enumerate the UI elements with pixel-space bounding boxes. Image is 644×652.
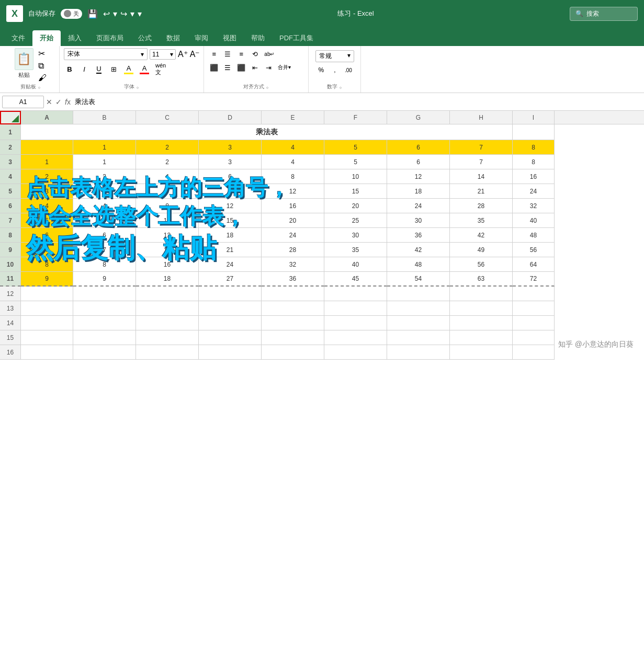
cell-i8[interactable]: 48 <box>513 228 555 243</box>
cell-c15[interactable] <box>136 330 199 345</box>
autosave-toggle[interactable]: 关 <box>61 9 82 19</box>
tab-pagelayout[interactable]: 页面布局 <box>89 30 131 46</box>
tab-help[interactable]: 帮助 <box>244 30 272 46</box>
indent-increase-button[interactable]: ⇥ <box>263 62 274 73</box>
percent-button[interactable]: % <box>315 64 327 76</box>
indent-decrease-button[interactable]: ⇤ <box>249 62 261 73</box>
formula-cancel-icon[interactable]: ✕ <box>46 98 52 106</box>
cell-b14[interactable] <box>73 316 136 330</box>
cell-d12[interactable] <box>199 287 262 301</box>
cell-a12[interactable] <box>21 287 73 301</box>
cell-e2[interactable]: 4 <box>262 140 324 155</box>
cell-a8[interactable]: 6 <box>21 228 73 243</box>
align-right-button[interactable]: ⬛ <box>235 62 247 73</box>
tab-formula[interactable]: 公式 <box>131 30 159 46</box>
cell-g8[interactable]: 36 <box>387 228 450 243</box>
cell-g6[interactable]: 24 <box>387 199 450 213</box>
row-header-8[interactable]: 8 <box>0 228 21 243</box>
cell-e13[interactable] <box>262 301 324 316</box>
cell-h5[interactable]: 21 <box>450 184 513 199</box>
title-cell[interactable]: 乘法表 <box>21 124 513 140</box>
cell-b2[interactable]: 1 <box>73 140 136 155</box>
cell-c6[interactable]: 8 <box>136 199 199 213</box>
cell-a7[interactable]: 5 <box>21 213 73 228</box>
cell-h16[interactable] <box>450 345 513 360</box>
cell-f10[interactable]: 40 <box>324 257 387 272</box>
col-header-d[interactable]: D <box>199 111 262 124</box>
cell-h3[interactable]: 7 <box>450 155 513 169</box>
cell-h14[interactable] <box>450 316 513 330</box>
cell-g12[interactable] <box>387 287 450 301</box>
cell-f15[interactable] <box>324 330 387 345</box>
cell-d10[interactable]: 24 <box>199 257 262 272</box>
cell-i10[interactable]: 64 <box>513 257 555 272</box>
alignment-expand-icon[interactable]: ⬦ <box>266 84 269 90</box>
redo-button[interactable]: ↪ <box>120 9 127 19</box>
cell-f11[interactable]: 45 <box>324 272 387 287</box>
cell-i1[interactable] <box>513 124 555 140</box>
cell-h9[interactable]: 49 <box>450 243 513 257</box>
cell-h12[interactable] <box>450 287 513 301</box>
cell-d9[interactable]: 21 <box>199 243 262 257</box>
text-rotate-button[interactable]: ⟲ <box>249 48 261 60</box>
row-header-10[interactable]: 10 <box>0 257 21 272</box>
row-header-4[interactable]: 4 <box>0 169 21 184</box>
row-header-16[interactable]: 16 <box>0 345 21 360</box>
cell-h8[interactable]: 42 <box>450 228 513 243</box>
cell-g11[interactable]: 54 <box>387 272 450 287</box>
cell-e6[interactable]: 16 <box>262 199 324 213</box>
col-header-h[interactable]: H <box>450 111 513 124</box>
cell-a3[interactable]: 1 <box>21 155 73 169</box>
row-header-9[interactable]: 9 <box>0 243 21 257</box>
row-header-11[interactable]: 11 <box>0 272 21 287</box>
align-top-center-button[interactable]: ☰ <box>222 48 233 60</box>
cell-c8[interactable]: 12 <box>136 228 199 243</box>
wenzilayout-button[interactable]: wén文 <box>154 63 167 75</box>
cell-f16[interactable] <box>324 345 387 360</box>
cut-button[interactable]: ✂ <box>38 48 47 59</box>
underline-button[interactable]: U <box>93 63 105 75</box>
row-header-7[interactable]: 7 <box>0 213 21 228</box>
cell-d4[interactable]: 6 <box>199 169 262 184</box>
cell-e15[interactable] <box>262 330 324 345</box>
cell-g15[interactable] <box>387 330 450 345</box>
cell-b5[interactable]: 3 <box>73 184 136 199</box>
cell-a5[interactable]: 3 <box>21 184 73 199</box>
tab-insert[interactable]: 插入 <box>61 30 89 46</box>
formula-input[interactable] <box>73 96 642 108</box>
cell-e4[interactable]: 8 <box>262 169 324 184</box>
search-box[interactable]: 🔍 搜索 <box>570 7 638 21</box>
cell-b10[interactable]: 8 <box>73 257 136 272</box>
cell-a15[interactable] <box>21 330 73 345</box>
cell-b9[interactable]: 7 <box>73 243 136 257</box>
col-header-f[interactable]: F <box>324 111 387 124</box>
cell-e10[interactable]: 32 <box>262 257 324 272</box>
wrap-text-button[interactable]: ab↵ <box>263 48 276 60</box>
cell-b3[interactable]: 1 <box>73 155 136 169</box>
cell-b12[interactable] <box>73 287 136 301</box>
copy-button[interactable]: ⧉ <box>38 61 47 71</box>
cell-i6[interactable]: 32 <box>513 199 555 213</box>
row-header-5[interactable]: 5 <box>0 184 21 199</box>
font-decrease-button[interactable]: A⁻ <box>190 49 200 59</box>
cell-c13[interactable] <box>136 301 199 316</box>
cell-i7[interactable]: 40 <box>513 213 555 228</box>
cell-h10[interactable]: 56 <box>450 257 513 272</box>
cell-i11[interactable]: 72 <box>513 272 555 287</box>
format-painter-button[interactable]: 🖌 <box>38 73 47 83</box>
cell-h6[interactable]: 28 <box>450 199 513 213</box>
font-expand-icon[interactable]: ⬦ <box>136 84 139 90</box>
col-header-a[interactable]: A <box>21 111 73 124</box>
row-header-14[interactable]: 14 <box>0 316 21 330</box>
italic-button[interactable]: I <box>78 63 90 75</box>
cell-d3[interactable]: 3 <box>199 155 262 169</box>
cell-a2[interactable] <box>21 140 73 155</box>
merge-cells-button[interactable]: 合并▾ <box>276 62 292 73</box>
cell-f13[interactable] <box>324 301 387 316</box>
cell-h7[interactable]: 35 <box>450 213 513 228</box>
cell-c11[interactable]: 18 <box>136 272 199 287</box>
cell-f7[interactable]: 25 <box>324 213 387 228</box>
font-increase-button[interactable]: A⁺ <box>178 49 188 59</box>
cell-a16[interactable] <box>21 345 73 360</box>
border-button[interactable]: ⊞ <box>108 63 119 75</box>
